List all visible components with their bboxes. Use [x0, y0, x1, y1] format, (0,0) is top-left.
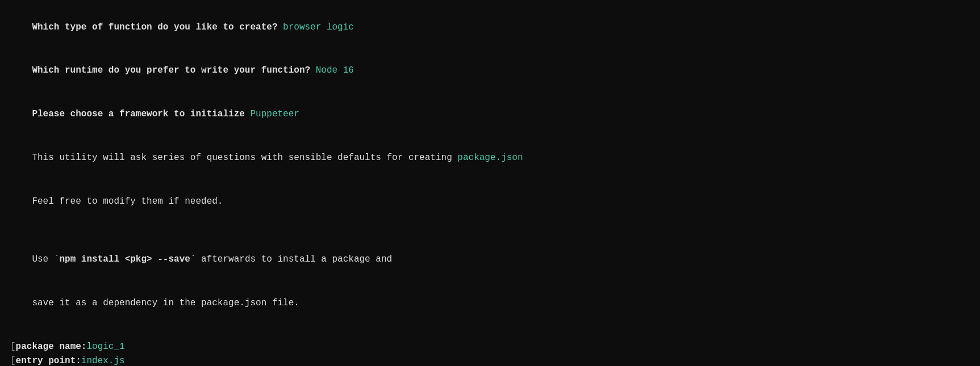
save-dependency-text: save it as a dependency in the package.j…	[32, 298, 299, 308]
runtime-label: Which runtime do you prefer to write you…	[32, 65, 310, 75]
bracket-open-1: [	[10, 340, 16, 355]
entry-point-line: [entry point: index.js	[10, 354, 970, 366]
function-type-line: Which type of function do you like to cr…	[10, 6, 970, 49]
package-json-link: package.json	[457, 153, 523, 163]
framework-value: Puppeteer	[250, 109, 299, 119]
bracket-open-2: [	[10, 354, 16, 366]
npm-install-cmd: npm install <pkg> --save	[59, 254, 190, 264]
framework-line: Please choose a framework to initialize …	[10, 93, 970, 137]
utility-text: This utility will ask series of question…	[32, 153, 452, 163]
function-type-value: browser logic	[283, 22, 354, 32]
runtime-value: Node 16	[316, 65, 354, 75]
spacer-2	[10, 325, 970, 340]
terminal-output: Which type of function do you like to cr…	[10, 6, 970, 366]
utility-line: This utility will ask series of question…	[10, 136, 970, 180]
package-name-line: [package name: logic_1	[10, 340, 970, 355]
framework-label: Please choose a framework to initialize	[32, 109, 244, 119]
spacer-1	[10, 224, 970, 238]
entry-point-value: index.js	[81, 354, 125, 366]
package-name-label: package name:	[16, 340, 87, 355]
npm-install-suffix: ` afterwards to install a package and	[190, 254, 392, 264]
modify-line: Feel free to modify them if needed.	[10, 180, 970, 224]
entry-point-label: entry point:	[16, 354, 81, 366]
npm-install-line: Use `npm install <pkg> --save` afterward…	[10, 238, 970, 282]
npm-install-prefix: Use `	[32, 254, 59, 264]
package-name-value: logic_1	[86, 340, 124, 355]
save-dependency-line: save it as a dependency in the package.j…	[10, 281, 970, 325]
modify-text: Feel free to modify them if needed.	[32, 196, 223, 207]
runtime-line: Which runtime do you prefer to write you…	[10, 49, 970, 93]
function-type-label: Which type of function do you like to cr…	[32, 22, 277, 32]
